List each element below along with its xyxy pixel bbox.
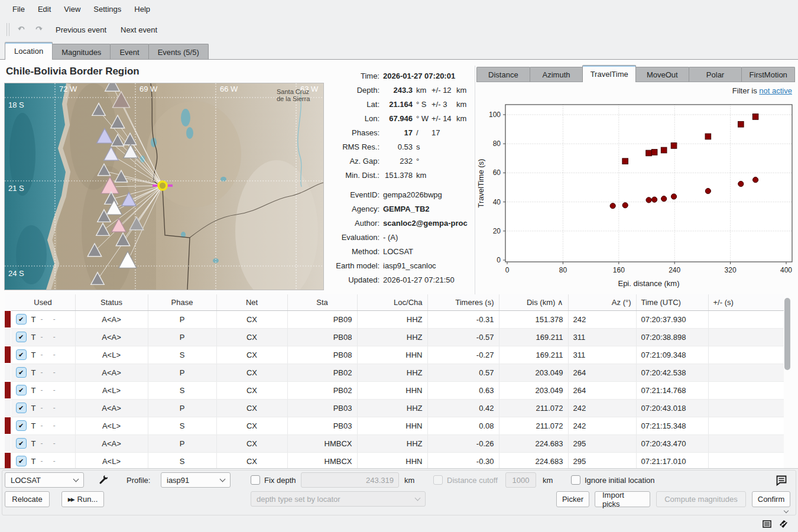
used-checkbox[interactable]: ✔ <box>16 385 27 395</box>
used-checkbox[interactable]: ✔ <box>16 456 27 466</box>
info-label: Lat: <box>329 100 379 109</box>
plot-tab-polar[interactable]: Polar <box>689 67 742 82</box>
distance-cutoff-value: 1000 <box>512 476 530 485</box>
arrival-row[interactable]: ✔T- -A<L>SCXPB02HHN0.63203.04926407:21:1… <box>5 381 784 399</box>
traveltime-point-s[interactable] <box>646 150 652 156</box>
filter-toggle-link[interactable]: not active <box>759 86 792 95</box>
tab-location[interactable]: Location <box>5 42 53 60</box>
run-button[interactable]: ▶▶ Run... <box>61 491 104 507</box>
database-icon[interactable] <box>778 520 789 531</box>
column-header[interactable]: Used <box>11 294 75 310</box>
info-value: 151.378 <box>383 171 413 180</box>
locator-select[interactable]: LOCSAT <box>5 472 84 488</box>
menu-item-edit[interactable]: Edit <box>31 2 57 17</box>
plot-tab-firstmotion[interactable]: FirstMotion <box>741 67 795 82</box>
used-flag: T <box>31 351 36 359</box>
y-axis-title: TravelTime (s) <box>476 159 485 208</box>
wrench-icon[interactable] <box>95 472 112 488</box>
plot-tab-traveltime[interactable]: TravelTime <box>582 65 636 82</box>
column-header[interactable]: Loc/Cha <box>357 294 427 310</box>
confirm-button[interactable]: Confirm <box>752 491 790 507</box>
picker-button[interactable]: Picker <box>556 491 589 507</box>
traveltime-point-p[interactable] <box>671 194 676 199</box>
column-header[interactable]: Phase <box>148 294 216 310</box>
y-tick-label: 40 <box>493 198 501 206</box>
next-event-button[interactable]: Next event <box>115 22 163 38</box>
traveltime-point-s[interactable] <box>651 150 657 155</box>
plot-tab-azimuth[interactable]: Azimuth <box>530 67 583 82</box>
epicenter-marker[interactable] <box>158 181 167 190</box>
arrival-row[interactable]: ✔T- -A<A>PCXHMBCXHHZ-0.26224.68329507:20… <box>5 434 784 452</box>
menu-item-view[interactable]: View <box>57 2 87 17</box>
column-header[interactable]: Sta <box>287 294 357 310</box>
traveltime-point-p[interactable] <box>610 203 615 209</box>
event-map[interactable]: 72 W69 W66 W63 W18 S21 S24 S Santa Cruzd… <box>5 83 323 290</box>
traveltime-point-p[interactable] <box>622 203 628 208</box>
used-checkbox[interactable]: ✔ <box>16 403 27 413</box>
plot-tab-distance[interactable]: Distance <box>476 67 530 82</box>
column-header[interactable]: +/- (s) <box>708 294 784 310</box>
info-label: EventID: <box>329 190 379 199</box>
redo-arrow-icon[interactable] <box>31 22 46 37</box>
column-header[interactable]: Dis (km) ∧ <box>499 294 568 310</box>
traveltime-point-p[interactable] <box>646 197 651 203</box>
tab-magnitudes[interactable]: Magnitudes <box>52 44 111 60</box>
menu-item-help[interactable]: Help <box>128 2 157 17</box>
scrollbar-thumb[interactable] <box>784 298 790 370</box>
used-checkbox[interactable]: ✔ <box>16 314 27 325</box>
info-value: gempa2026bwpg <box>383 190 442 199</box>
arrival-row[interactable]: ✔T- -A<A>PCXPB02HHZ0.57203.04926407:20:4… <box>5 364 784 381</box>
arrival-row[interactable]: ✔T- -A<L>SCXPB03HHN0.08211.07224207:21:1… <box>5 417 784 434</box>
traveltime-point-s[interactable] <box>622 158 628 164</box>
fix-depth-checkbox[interactable] <box>251 475 260 485</box>
relocate-button[interactable]: Relocate <box>5 491 50 507</box>
menu-item-settings[interactable]: Settings <box>87 2 128 17</box>
plot-tab-moveout[interactable]: MoveOut <box>635 67 689 82</box>
comment-icon[interactable] <box>773 472 790 489</box>
log-icon[interactable] <box>763 520 771 530</box>
used-checkbox[interactable]: ✔ <box>16 332 27 342</box>
menu-item-file[interactable]: File <box>6 2 31 17</box>
arrival-row[interactable]: ✔T- -A<L>SCXPB08HHN-0.27169.21131107:21:… <box>5 346 784 364</box>
traveltime-point-s[interactable] <box>738 121 744 127</box>
traveltime-point-p[interactable] <box>705 189 711 194</box>
info-row: Earth model:iasp91_scanloc <box>329 258 475 273</box>
column-header[interactable]: Net <box>216 294 287 310</box>
undo-arrow-icon[interactable] <box>14 22 30 37</box>
column-header[interactable]: Timeres (s) <box>427 294 499 310</box>
tab-events-5-5[interactable]: Events (5/5) <box>148 44 209 60</box>
column-header[interactable]: Time (UTC) <box>636 294 708 310</box>
import-picks-button[interactable]: Import picks <box>595 491 650 507</box>
tab-event[interactable]: Event <box>110 44 148 60</box>
distance-cutoff-input[interactable]: 1000 <box>505 472 536 488</box>
fix-depth-input[interactable]: 243.319 <box>301 472 399 488</box>
traveltime-point-p[interactable] <box>661 196 667 202</box>
x-tick-label: 160 <box>613 266 625 274</box>
traveltime-point-s[interactable] <box>661 147 667 153</box>
previous-event-button[interactable]: Previous event <box>50 22 112 38</box>
traveltime-point-s[interactable] <box>705 134 711 140</box>
used-checkbox[interactable]: ✔ <box>16 349 27 360</box>
toolbar-drag-handle[interactable] <box>7 23 9 36</box>
traveltime-point-s[interactable] <box>752 114 758 120</box>
traveltime-point-p[interactable] <box>752 177 758 183</box>
ignore-initial-location-checkbox[interactable] <box>571 475 580 485</box>
chevron-down-icon <box>415 495 421 501</box>
used-checkbox[interactable]: ✔ <box>16 420 27 431</box>
arrival-row[interactable]: ✔T- -A<A>PCXPB08HHZ-0.57169.21131107:20:… <box>5 328 784 346</box>
traveltime-point-p[interactable] <box>651 197 657 202</box>
profile-select[interactable]: iasp91 <box>161 472 231 488</box>
distance-cutoff-checkbox[interactable] <box>433 475 443 485</box>
arrival-row[interactable]: ✔T- -A<A>PCXPB03HHZ0.42211.07224207:20:4… <box>5 399 784 417</box>
column-header[interactable]: Status <box>75 294 148 310</box>
traveltime-point-s[interactable] <box>671 143 677 149</box>
table-scrollbar[interactable] <box>784 296 790 466</box>
arrival-table-header[interactable]: UsedStatusPhaseNetStaLoc/ChaTimeres (s)D… <box>5 294 784 310</box>
arrival-row[interactable]: ✔T- -A<A>PCXPB09HHZ-0.31151.37824207:20:… <box>5 310 784 328</box>
traveltime-point-p[interactable] <box>738 181 744 186</box>
arrival-row[interactable]: ✔T- -A<L>SCXHMBCXHHN-0.30224.68329507:21… <box>5 452 784 468</box>
column-header[interactable]: Az (°) <box>568 294 636 310</box>
used-checkbox[interactable]: ✔ <box>16 438 27 449</box>
traveltime-chart[interactable]: 080160240320400020406080100Epi. distance… <box>476 102 794 292</box>
used-checkbox[interactable]: ✔ <box>16 367 27 378</box>
